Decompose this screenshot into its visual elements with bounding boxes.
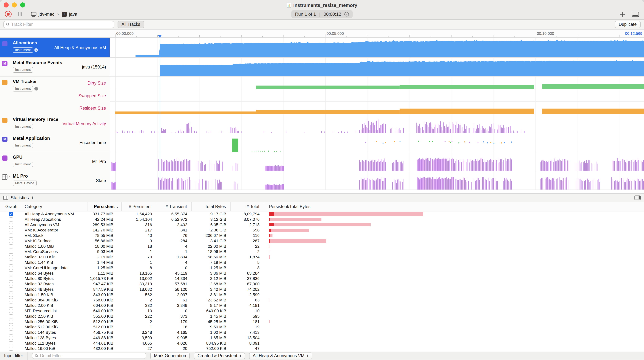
chevron-down-icon[interactable]: ⌄ (34, 87, 38, 91)
table-row[interactable]: VM: CoreUI image data1.25 MiB801.25 MiB8 (0, 265, 644, 271)
graph-checkbox[interactable] (9, 325, 13, 329)
table-row[interactable]: ✓All Heap & Anonymous VM331.77 MiB1,54,4… (0, 212, 644, 217)
graph-checkbox[interactable] (9, 314, 13, 318)
table-row[interactable]: Malloc 1.50 KiB843.00 KiB5622,0373.81 Mi… (0, 292, 644, 297)
table-row[interactable]: All Heap Allocations42.24 MiB1,54,1046,5… (0, 217, 644, 222)
table-row[interactable]: Malloc 128 Bytes449.88 KiB3,5999,9051.65… (0, 335, 644, 341)
metal-resource-events-graph[interactable] (110, 58, 644, 76)
graph-checkbox[interactable] (9, 336, 13, 340)
graph-checkbox[interactable] (9, 303, 13, 308)
dirty-size-graph[interactable] (110, 77, 644, 89)
instrument-badge[interactable]: Instrument (13, 86, 33, 91)
graph-checkbox[interactable] (9, 298, 13, 302)
column-header-num-transient[interactable]: # Transient (156, 202, 192, 211)
table-row[interactable]: Malloc 32.00 KiB2.19 MiB701,80458.56 MiB… (0, 254, 644, 260)
table-row[interactable]: Malloc 2.00 KiB664.00 KiB3323,8498.17 Mi… (0, 303, 644, 308)
record-button[interactable] (5, 11, 12, 18)
detail-filter-field[interactable] (32, 353, 146, 359)
graph-checkbox[interactable] (9, 239, 13, 243)
column-header-category[interactable]: Category (19, 202, 88, 211)
graph-checkbox[interactable] (9, 266, 13, 270)
graph-checkbox[interactable] (9, 347, 13, 351)
column-header-num-total[interactable]: # Total (231, 202, 264, 211)
table-row[interactable]: VM: IOSurface56.86 MiB32843.41 GiB287 (0, 238, 644, 244)
virtual-memory-activity-graph[interactable] (110, 114, 644, 133)
track-allocations[interactable]: Allocations Instrument ⌄ All Heap & Anon… (0, 38, 644, 57)
instrument-badge[interactable]: Instrument (13, 47, 33, 53)
track-vm-tracker[interactable]: VM Tracker Instrument ⌄ Dirty Size Swapp… (0, 77, 644, 114)
table-row[interactable]: VM: Stack78.55 MiB4076206.67 MiB116 (0, 233, 644, 238)
gpu-graph[interactable] (110, 152, 644, 171)
device-selector[interactable]: jdv-mac › J java (31, 12, 77, 17)
zoom-button[interactable] (20, 3, 25, 7)
resident-size-graph[interactable] (110, 102, 644, 114)
table-row[interactable]: VM: IOAccelerator142.70 MiB2173412.38 Gi… (0, 228, 644, 233)
table-row[interactable]: Malloc 144 Bytes456.75 KiB3,2484,1651.02… (0, 330, 644, 335)
track-mre-header[interactable]: M Metal Resource Events Instrument java … (0, 58, 110, 76)
graph-checkbox[interactable] (9, 277, 13, 281)
column-header-persistent-total-bytes[interactable]: Persistent/Total Bytes (264, 202, 644, 211)
duplicate-button[interactable]: Duplicate (615, 21, 641, 28)
graph-checkbox[interactable] (9, 330, 13, 334)
table-row[interactable]: VM: CoreServices9.03 MiB1118.06 MiB2 (0, 249, 644, 254)
table-row[interactable]: Malloc 64 Bytes1.11 MiB18,16545,1193.86 … (0, 271, 644, 276)
table-row[interactable]: Malloc 80 Bytes1,015.78 KiB13,00214,8342… (0, 276, 644, 281)
table-row[interactable]: Malloc 256.00 KiB512.00 KiB217945.25 MiB… (0, 319, 644, 324)
track-metal-resource-events[interactable]: M Metal Resource Events Instrument java … (0, 58, 644, 77)
track-gpu[interactable]: GPU Instrument M1 Pro (0, 152, 644, 171)
instrument-badge[interactable]: Instrument (13, 162, 33, 167)
table-row[interactable]: Malloc 32 Bytes947.47 KiB30,31957,5812.6… (0, 281, 644, 287)
graph-checkbox[interactable] (9, 271, 13, 275)
graph-checkbox[interactable] (9, 260, 13, 265)
instrument-badge[interactable]: Instrument (13, 143, 33, 148)
table-row[interactable]: Malloc 48 Bytes847.59 KiB18,08256,1203.4… (0, 287, 644, 292)
minimize-button[interactable] (12, 3, 17, 7)
mark-generation-button[interactable]: Mark Generation (150, 352, 190, 359)
layout-toggle-button[interactable] (632, 12, 639, 17)
add-instrument-button[interactable] (620, 12, 625, 17)
table-row[interactable]: Malloc 384.00 KiB768.00 KiB26123.62 MiB6… (0, 297, 644, 303)
graph-checkbox[interactable] (9, 217, 13, 222)
timeline-ruler[interactable]: 00:00.00000:05.00000:10.00000:12.569 (0, 30, 644, 38)
table-row[interactable]: Malloc 1.00 MiB18.00 MiB18422.00 MiB22 (0, 244, 644, 249)
track-allocations-header[interactable]: Allocations Instrument ⌄ All Heap & Anon… (0, 38, 110, 57)
graph-checkbox[interactable] (9, 309, 13, 313)
detail-filter-input[interactable] (40, 353, 143, 358)
track-m1-pro[interactable]: › M1 Pro Metal Device State (0, 171, 644, 190)
playhead[interactable] (160, 35, 160, 190)
pause-button[interactable] (18, 12, 22, 16)
chevron-down-icon[interactable]: ⌄ (34, 48, 38, 52)
disclosure-chevron[interactable]: › (8, 174, 10, 179)
graph-checkbox[interactable] (9, 234, 13, 238)
track-virtual-memory-trace[interactable]: Virtual Memory Trace Instrument Virtual … (0, 114, 644, 133)
track-metal-application[interactable]: M Metal Application Instrument Encoder T… (0, 133, 644, 152)
graph-checkbox[interactable] (9, 341, 13, 345)
graph-checkbox[interactable] (9, 250, 13, 254)
column-header-graph[interactable]: Graph (0, 202, 19, 211)
column-header-num-persistent[interactable]: # Persistent (122, 202, 156, 211)
selector-updown-icon[interactable]: ▲▼ (31, 196, 34, 200)
table-row[interactable]: Malloc 512.00 KiB512.00 KiB1189.50 MiB19 (0, 324, 644, 330)
encoder-time-graph[interactable] (110, 133, 644, 152)
graph-checkbox[interactable] (9, 282, 13, 286)
graph-checkbox[interactable] (9, 223, 13, 227)
allocations-graph[interactable] (110, 38, 644, 57)
inspector-toggle-button[interactable] (634, 196, 641, 200)
table-row[interactable]: Malloc 112 Bytes444.61 KiB4,0654,026884.… (0, 340, 644, 346)
metal-device-badge[interactable]: Metal Device (13, 181, 37, 186)
graph-checkbox[interactable] (9, 228, 13, 232)
close-button[interactable] (4, 3, 8, 7)
graph-checkbox[interactable] (9, 293, 13, 297)
statistics-selector[interactable]: Statistics (11, 195, 29, 200)
all-tracks-button[interactable]: All Tracks (118, 21, 144, 28)
column-header-total-bytes[interactable]: Total Bytes (192, 202, 231, 211)
table-row[interactable]: Malloc 2.50 KiB555.00 KiB2223731.45 MiB5… (0, 314, 644, 319)
instrument-badge[interactable]: Instrument (13, 67, 33, 72)
graph-checkbox[interactable] (9, 320, 13, 324)
m1-pro-state-graph[interactable] (110, 171, 644, 190)
graph-checkbox[interactable] (9, 255, 13, 259)
category-scope-popup[interactable]: All Heap & Anonymous VM▲▼ (249, 352, 312, 359)
track-m1-pro-header[interactable]: › M1 Pro Metal Device State (0, 171, 110, 190)
swapped-size-graph[interactable] (110, 89, 644, 101)
info-icon[interactable]: i (344, 12, 349, 17)
